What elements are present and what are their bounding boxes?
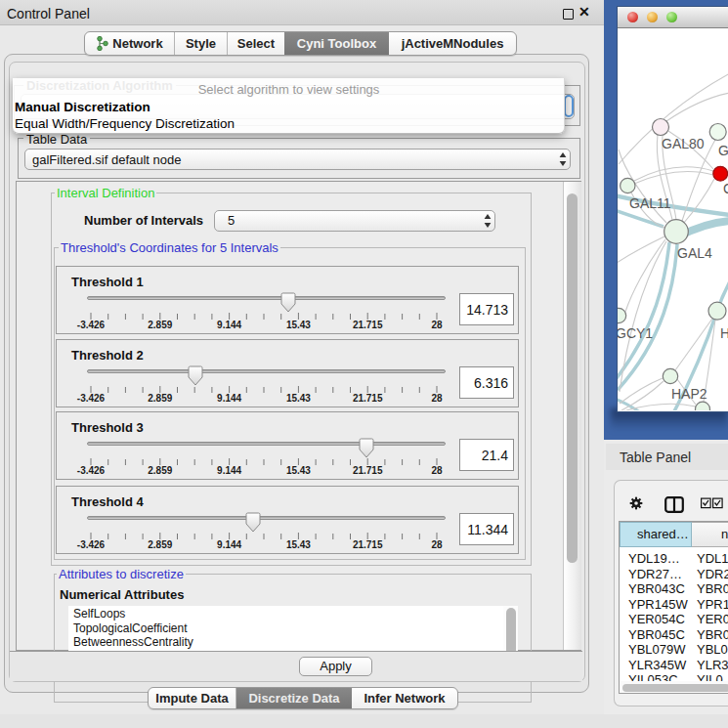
svg-text:C: C — [723, 181, 728, 196]
svg-text:GA: GA — [718, 143, 728, 158]
svg-text:GAL11: GAL11 — [629, 195, 671, 211]
svg-text:GCY1: GCY1 — [618, 325, 653, 341]
svg-text:HAP2: HAP2 — [671, 386, 707, 402]
svg-text:GAL80: GAL80 — [662, 136, 705, 151]
svg-text:H: H — [720, 325, 728, 341]
svg-text:GAL4: GAL4 — [677, 245, 712, 261]
